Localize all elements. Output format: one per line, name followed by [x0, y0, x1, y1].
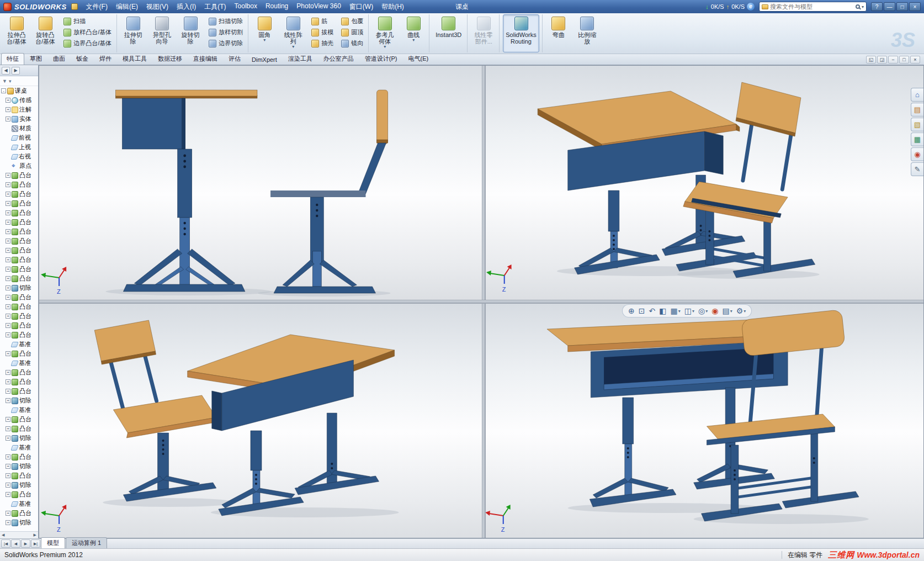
draft-button[interactable]: 拔模	[309, 27, 336, 38]
viewport-dimetric-view[interactable]: Z	[39, 304, 482, 538]
tab-electrical[interactable]: 电气(E)	[403, 53, 434, 65]
expand-icon[interactable]: +	[6, 323, 10, 328]
expand-icon[interactable]: +	[6, 295, 10, 300]
feature-tree-item[interactable]: 前视	[0, 133, 38, 142]
menu-item[interactable]: 帮助(H)	[378, 1, 408, 13]
restore-button[interactable]: □	[896, 2, 908, 11]
expand-icon[interactable]: +	[6, 417, 10, 422]
dropdown-arrow-icon[interactable]: ▾	[730, 309, 732, 314]
menu-item[interactable]: PhotoView 360	[293, 1, 345, 13]
feature-tree-item[interactable]: + 凸台	[0, 349, 38, 358]
expand-icon[interactable]: +	[6, 436, 10, 441]
view-orientation-button[interactable]: ▦ ▾	[669, 306, 681, 315]
ribbon-button[interactable]: 旋转凸 台/基体	[33, 14, 58, 52]
dropdown-arrow-icon[interactable]: ▾	[292, 45, 294, 49]
file-explorer-tab[interactable]: ▧	[911, 118, 923, 131]
expand-icon[interactable]: +	[6, 454, 10, 459]
lofted-cut-button[interactable]: 放样切割	[206, 27, 245, 38]
filter-dropdown-arrow[interactable]: ▾	[9, 78, 12, 84]
expand-icon[interactable]: +	[6, 257, 10, 262]
feature-tree-item[interactable]: 右视	[0, 152, 38, 161]
tab-evaluate[interactable]: 评估	[223, 53, 246, 65]
expand-icon[interactable]: +	[6, 379, 10, 384]
tab-surfaces[interactable]: 曲面	[47, 53, 71, 65]
feature-tree-item[interactable]: + 凸台	[0, 255, 38, 264]
dropdown-arrow-icon[interactable]: ▾	[412, 38, 415, 42]
panel-forward-button[interactable]: ▶	[12, 67, 20, 75]
tab-mold-tools[interactable]: 模具工具	[117, 53, 152, 65]
feature-tree-item[interactable]: + 凸台	[0, 509, 38, 518]
feature-tree-item[interactable]: + 凸台	[0, 189, 38, 199]
expand-icon[interactable]: +	[6, 173, 10, 178]
viewport-split-button[interactable]: ◲	[877, 56, 887, 63]
expand-icon[interactable]: +	[6, 248, 10, 253]
solidworks-resources-tab[interactable]: ⌂	[911, 88, 923, 102]
feature-tree-item[interactable]: + 凸台	[0, 330, 38, 340]
feature-tree-item[interactable]: + 凸台	[0, 274, 38, 283]
expand-icon[interactable]: +	[6, 426, 10, 431]
feature-tree-item[interactable]: + 凸台	[0, 452, 38, 462]
doc-minimize-button[interactable]: −	[888, 56, 898, 63]
desk-model[interactable]	[115, 90, 257, 292]
tab-weldments[interactable]: 焊件	[94, 53, 117, 65]
ribbon-button[interactable]: Instant3D	[433, 14, 464, 52]
feature-tree-item[interactable]: + 凸台	[0, 208, 38, 218]
view-palette-tab[interactable]: ▦	[911, 133, 923, 146]
feature-tree-item[interactable]: + 凸台	[0, 302, 38, 311]
ribbon-button[interactable]: 拉伸切 除	[120, 14, 146, 52]
expand-icon[interactable]: +	[6, 464, 10, 469]
dropdown-arrow-icon[interactable]: ▾	[692, 309, 694, 314]
feature-tree-item[interactable]: 基准	[0, 358, 38, 368]
menu-item[interactable]: Routing	[262, 1, 292, 13]
browser-icon[interactable]: e	[747, 3, 755, 10]
rib-button[interactable]: 筋	[309, 16, 336, 27]
feature-tree-item[interactable]: + 切除	[0, 283, 38, 293]
feature-tree-item[interactable]: + 凸台	[0, 293, 38, 302]
doc-scroll-next[interactable]: ▶	[21, 539, 30, 548]
feature-tree-item[interactable]: + 凸台	[0, 377, 38, 387]
chair-model[interactable]	[94, 320, 216, 501]
expand-icon[interactable]: +	[6, 285, 10, 290]
viewport-layout-button[interactable]: ◱	[866, 56, 876, 63]
viewport-rear-view[interactable]: Z	[486, 304, 923, 538]
doc-scroll-prev[interactable]: ◀	[11, 539, 20, 548]
feature-tree-item[interactable]: 上视	[0, 142, 38, 152]
shell-button[interactable]: 抽壳	[309, 38, 336, 49]
expand-icon[interactable]: -	[1, 88, 6, 93]
edit-appearance-button[interactable]: ◉	[710, 306, 719, 315]
doc-restore-button[interactable]: □	[899, 56, 909, 63]
feature-tree-item[interactable]: + 凸台	[0, 415, 38, 424]
viewport-front-view[interactable]: Z	[39, 66, 482, 300]
tab-data-migration[interactable]: 数据迁移	[152, 53, 188, 65]
feature-tree-item[interactable]: + 凸台	[0, 227, 38, 236]
feature-tree-item[interactable]: 材质	[0, 124, 38, 133]
dropdown-arrow-icon[interactable]: ▾	[384, 45, 386, 49]
tab-render-tools[interactable]: 渲染工具	[283, 53, 318, 65]
tab-motion-study-1[interactable]: 运动算例 1	[66, 537, 107, 548]
feature-tree-item[interactable]: + 凸台	[0, 218, 38, 227]
feature-tree-item[interactable]: + 实体	[0, 114, 38, 124]
filter-funnel-icon[interactable]: ▼	[2, 78, 7, 84]
hide-show-items-button[interactable]: ◎ ▾	[697, 306, 709, 315]
sweep-button[interactable]: 扫描	[61, 16, 114, 27]
design-library-tab[interactable]: ▤	[911, 103, 923, 117]
tab-features[interactable]: 特征	[1, 53, 24, 65]
feature-tree-item[interactable]: + 凸台	[0, 424, 38, 433]
appearances-scenes-tab[interactable]: ◉	[911, 147, 923, 161]
wrap-button[interactable]: 包覆	[339, 16, 365, 27]
view-settings-button[interactable]: ⚙ ▾	[735, 306, 747, 315]
desk-model[interactable]	[188, 335, 395, 516]
search-scope-icon[interactable]	[762, 4, 768, 9]
feature-tree-item[interactable]: + 凸台	[0, 264, 38, 274]
feature-tree-item[interactable]: + 凸台	[0, 199, 38, 208]
expand-icon[interactable]: +	[6, 192, 10, 197]
menu-item[interactable]: 插入(I)	[173, 1, 200, 13]
expand-icon[interactable]: +	[6, 304, 10, 309]
scroll-right-icon[interactable]: ▶	[34, 533, 36, 537]
expand-icon[interactable]: +	[6, 276, 10, 281]
doc-scroll-last[interactable]: ▶|	[31, 539, 40, 548]
custom-properties-tab[interactable]: ✎	[911, 162, 923, 176]
close-button[interactable]: ×	[909, 2, 921, 11]
dropdown-arrow-icon[interactable]: ▾	[744, 309, 746, 314]
ribbon-button[interactable]: 比例缩 放	[575, 14, 600, 52]
